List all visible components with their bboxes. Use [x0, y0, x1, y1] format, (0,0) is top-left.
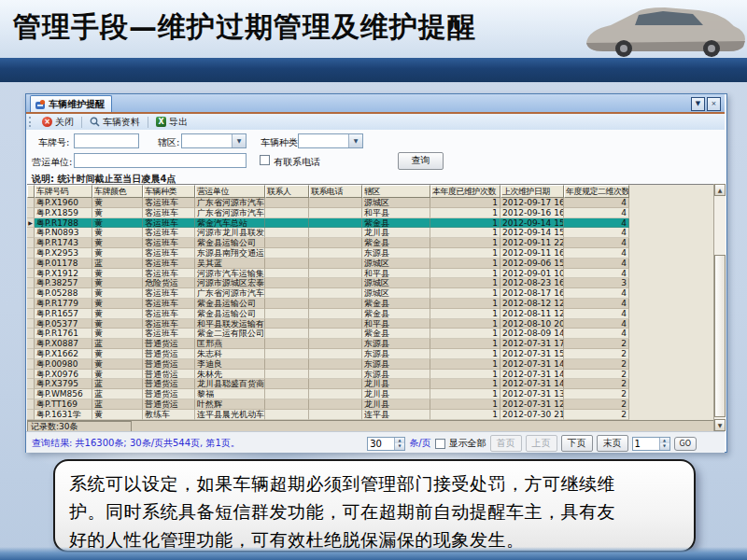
chevron-down-icon[interactable]: ▼ [232, 134, 246, 147]
table-cell: 2012-08-23 16:32 [500, 278, 564, 288]
table-cell: 紫金县 [362, 218, 430, 229]
table-cell: 4 [564, 248, 629, 259]
table-row[interactable]: 粤P.R1743黄客运班车紫金县运输公司紫金县12012-09-11 22:46… [27, 238, 713, 248]
column-header[interactable]: 年度规定二维次数 [564, 185, 629, 198]
column-header[interactable]: 车牌颜色 [92, 185, 143, 198]
table-cell: 2012-09-17 16:15 [500, 198, 564, 208]
table-cell: 紫金县运输公司 [195, 299, 265, 309]
page-number-input[interactable] [633, 438, 659, 450]
vertical-scrollbar[interactable]: ▲ ▼ [713, 184, 726, 431]
page-number-spinner[interactable]: ▲▼ [632, 437, 670, 451]
vehicle-type-select[interactable]: ▼ [298, 133, 363, 148]
page-size-spinner[interactable]: ▲▼ [367, 437, 405, 451]
scrollbar-thumb[interactable] [714, 255, 726, 417]
operator-input[interactable] [74, 153, 247, 168]
table-row[interactable]: 粤P.N0893黄客运班车河源市龙川县联发龙川县12012-09-14 15:2… [27, 228, 713, 238]
table-cell: 1 [430, 319, 500, 329]
table-cell: 源城区 [362, 288, 430, 299]
page-size-input[interactable] [368, 438, 394, 450]
go-button[interactable]: GO [674, 437, 698, 451]
table-cell: 黄 [92, 309, 143, 319]
table-row[interactable]: 粤P.00980黄普通货运李迪良东源县12012-07-31 14:512 [27, 359, 713, 370]
table-cell: 1 [430, 208, 500, 218]
status-bar: 查询结果: 共16300条; 30条/页共544页, 第1页。 ▲▼ 条/页 显… [26, 431, 725, 453]
title-banner: 管理手段—维护过期管理及维护提醒 [0, 0, 747, 58]
table-row[interactable]: 粤P.05288黄客运班车广东省河源市汽车源城区12012-08-17 16:2… [27, 288, 713, 299]
table-cell: 客运班车 [143, 319, 195, 329]
district-select[interactable]: ▼ [181, 133, 247, 148]
table-row[interactable]: 粤P.01178蓝客运班车吴其蓝源城区12012-09-06 15:274 [27, 259, 713, 269]
spinner-arrows-icon[interactable]: ▲▼ [394, 438, 404, 450]
table-cell: 2012-09-14 15:24 [500, 228, 564, 238]
table-row[interactable]: 粤P.X1662黄普通货运朱志科东源县12012-07-31 15:282 [27, 349, 713, 359]
column-header[interactable]: 联系人 [265, 185, 309, 198]
table-cell: 东源县 [362, 248, 430, 259]
close-button[interactable]: × 关闭 [36, 114, 79, 131]
table-cell: 1 [430, 299, 500, 309]
table-cell [309, 309, 362, 319]
chevron-down-icon[interactable]: ▼ [348, 134, 362, 147]
table-cell [265, 248, 309, 259]
show-all-checkbox[interactable] [435, 439, 445, 449]
column-header[interactable]: 营运单位 [195, 185, 265, 198]
export-button[interactable]: X 导出 [150, 114, 193, 131]
table-cell: 粤P.X1859 [35, 208, 92, 218]
table-cell: 4 [564, 228, 629, 238]
table-cell: 教练车 [143, 410, 195, 420]
table-row[interactable]: 粤P.38257黄危险货运河源市源城区宏泰源城区12012-08-23 16:3… [27, 278, 713, 288]
table-row[interactable]: 粤P.WM856蓝普通货运黎福龙川县12012-07-31 13:402 [27, 389, 713, 399]
table-cell: 蓝 [92, 379, 143, 389]
triangle-up-icon[interactable]: ▲ [714, 184, 726, 196]
window-menu-button[interactable]: ▼ [691, 97, 705, 111]
table-cell: 粤P.R1761 [35, 329, 92, 339]
column-header[interactable]: 上次维护日期 [500, 185, 564, 198]
table-row[interactable]: 粤P.X1912黄客运班车河源市汽车运输集和平县12012-09-01 10:5… [27, 269, 713, 279]
reminder-icon [35, 99, 46, 110]
table-row[interactable]: 粤P.R1779黄客运班车紫金县运输公司紫金县12012-08-12 12:20… [27, 299, 713, 309]
last-page-button[interactable]: 末页 [597, 435, 628, 452]
table-cell: 粤P.X1912 [35, 269, 92, 279]
next-page-button[interactable]: 下页 [561, 435, 593, 452]
tab-vehicle-maintenance-reminder[interactable]: 车辆维护提醒 [30, 95, 112, 113]
note-box: 系统可以设定，如果车辆超期必须到管理部门接受处罚，方可继续维 护。同时系统具备短… [53, 459, 696, 553]
table-cell: 河源市源城区宏泰 [195, 278, 265, 288]
triangle-down-icon[interactable]: ▼ [714, 419, 726, 431]
note-text: 系统可以设定，如果车辆超期必须到管理部门接受处罚，方可继续维 护。同时系统具备短… [55, 461, 694, 560]
table-row[interactable]: 粤P.X1960黄客运班车广东省河源市汽车源城区12012-09-17 16:1… [27, 198, 713, 208]
table-cell [265, 198, 309, 208]
has-phone-checkbox[interactable] [260, 155, 270, 165]
query-button[interactable]: 查询 [398, 152, 444, 170]
table-row[interactable]: 粤P.R1657黄客运班车紫金县运输公司紫金县12012-08-11 12:01… [27, 309, 713, 319]
table-cell: 客运班车 [143, 228, 195, 238]
row-marker [27, 329, 35, 339]
column-header[interactable]: 联系电话 [309, 185, 362, 198]
table-row[interactable]: 粤P.X3795蓝普通货运龙川县聪盛百货商龙川县12012-07-31 14:0… [27, 379, 713, 389]
table-cell [309, 399, 362, 410]
column-header[interactable]: 本年度已维护次数 [430, 185, 500, 198]
table-row[interactable]: ▶粤P.R1788黄客运班车紫金汽车总站紫金县12012-09-14 15:31… [27, 218, 713, 229]
column-header[interactable]: 辖区 [362, 185, 430, 198]
column-header[interactable]: 车牌号码 [35, 185, 92, 198]
row-marker [27, 319, 35, 329]
plate-input[interactable] [74, 133, 139, 148]
table-row[interactable]: 粤P.05377黄客运班车和平县联发运输有和平县12012-08-10 20:3… [27, 319, 713, 329]
table-cell [309, 349, 362, 359]
table-row[interactable]: 粤P.X2953黄客运班车东源县南翔交通运东源县12012-09-11 16:0… [27, 248, 713, 259]
table-row[interactable]: 粤P.X0887蓝普通货运匡邢燕东源县12012-07-31 17:022 [27, 339, 713, 349]
first-page-button[interactable]: 首页 [490, 435, 522, 452]
row-marker [27, 288, 35, 299]
table-row[interactable]: 粤P.X1859黄客运班车广东省河源市汽车和平县12012-09-16 16:2… [27, 208, 713, 218]
row-marker [27, 248, 35, 259]
table-row[interactable]: 粤P.1631学黄教练车连平县晨光机动车连平县12012-07-30 21:05… [27, 410, 713, 420]
column-header[interactable]: 车辆种类 [143, 185, 195, 198]
table-cell: 客运班车 [143, 208, 195, 218]
spinner-arrows-icon[interactable]: ▲▼ [659, 438, 669, 450]
table-cell: 源城区 [362, 198, 430, 208]
window-close-button[interactable]: × [707, 97, 721, 111]
table-cell: 连平县 [362, 410, 430, 420]
table-row[interactable]: 粤P.R1761黄客运班车紫金二运有限公司紫金县12012-08-09 14:5… [27, 329, 713, 339]
table-row[interactable]: 粤P.TT169蓝普通货运叶然辉龙川县12012-07-31 12:372 [27, 399, 713, 410]
table-row[interactable]: 粤P.X0976黄普通货运朱林先东源县12012-07-31 14:512 [27, 370, 713, 380]
prev-page-button[interactable]: 上页 [526, 435, 557, 452]
vehicle-info-button[interactable]: 车辆资料 [84, 114, 146, 131]
